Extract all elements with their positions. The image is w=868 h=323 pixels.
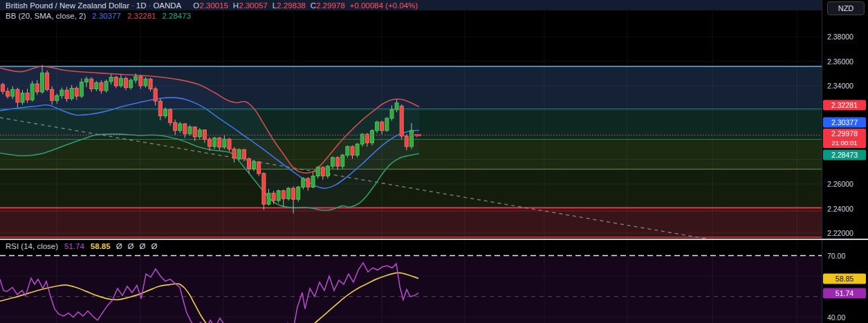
price-badge: 2.28473: [823, 150, 866, 160]
candle: [252, 162, 256, 169]
candle: [35, 84, 39, 92]
candle: [158, 101, 162, 116]
price-tick-label: 2.24000: [827, 205, 853, 213]
candle: [297, 187, 300, 199]
rsi-indicator-title[interactable]: RSI (14, close): [6, 242, 58, 250]
open-value: 2.30015: [199, 1, 228, 10]
candle: [376, 122, 379, 130]
candle: [355, 144, 359, 155]
candle: [60, 90, 64, 95]
candle: [129, 80, 133, 88]
candle: [331, 158, 335, 166]
price-tick-label: 2.34000: [827, 82, 853, 90]
low-value: 2.29838: [277, 1, 306, 10]
candle: [257, 162, 261, 174]
candle: [306, 178, 310, 187]
candle: [371, 131, 374, 143]
candle: [183, 124, 187, 133]
pane-divider-handle[interactable]: [0, 239, 868, 240]
candle: [228, 139, 231, 149]
empty-set-icon: Ø: [116, 242, 122, 250]
candle: [164, 110, 167, 116]
empty-set-icon: Ø: [151, 242, 157, 250]
candle: [65, 90, 68, 98]
candle: [262, 174, 266, 204]
candle: [208, 139, 212, 147]
candle: [351, 147, 354, 155]
high-value: 2.30057: [239, 1, 268, 10]
currency-toggle-button[interactable]: NZD: [827, 1, 865, 15]
rsi-main-value: 51.74: [64, 242, 84, 250]
candle: [55, 95, 59, 100]
candle: [395, 103, 398, 110]
candle: [119, 78, 122, 86]
candle: [346, 147, 349, 155]
candle: [154, 89, 157, 101]
candle: [316, 167, 320, 176]
candle: [104, 82, 108, 91]
candle: [139, 77, 142, 86]
candle: [100, 83, 103, 91]
timeframe-label[interactable]: 1D: [136, 1, 147, 10]
candle: [134, 77, 138, 80]
candle: [341, 155, 344, 166]
price-tick-label: 2.38000: [827, 33, 853, 41]
candle: [213, 138, 216, 146]
candle: [326, 166, 329, 176]
candle: [174, 122, 177, 131]
candle: [26, 93, 29, 100]
candle: [75, 89, 78, 97]
candle: [178, 124, 182, 131]
candle: [232, 149, 236, 158]
candle: [114, 77, 118, 86]
candle: [287, 188, 290, 199]
candle: [272, 193, 275, 201]
candle: [50, 89, 54, 100]
exchange-label: OANDA: [153, 1, 181, 10]
candle: [203, 130, 206, 139]
price-tick-label: 2.36000: [827, 57, 853, 66]
separator-dot: ·: [129, 1, 136, 10]
symbol-legend-row: British Pound / New Zealand Dollar·1D·OA…: [6, 1, 418, 10]
empty-set-icon: Ø: [140, 242, 146, 250]
candle: [400, 106, 403, 136]
bb-indicator-legend-row: BB (20, SMA, close, 2)2.303772.322812.28…: [6, 12, 191, 20]
candle: [281, 191, 285, 199]
candle: [360, 134, 364, 144]
candle: [365, 134, 369, 142]
candle: [218, 138, 221, 147]
candle: [380, 122, 384, 130]
candle: [385, 118, 389, 131]
candle: [248, 159, 251, 169]
price-badge: 2.30377: [823, 118, 866, 128]
candle: [144, 79, 147, 86]
main-price-pane: [0, 0, 822, 239]
bb-indicator-title[interactable]: BB (20, SMA, close, 2): [6, 12, 86, 20]
candle: [90, 79, 93, 89]
high-label: H: [233, 1, 239, 10]
price-badge: 2.2997821:00:01: [823, 129, 866, 148]
candle: [80, 82, 83, 96]
candle: [30, 84, 34, 100]
candle: [109, 77, 113, 82]
candle: [149, 79, 152, 89]
chart-canvas[interactable]: [0, 0, 868, 323]
price-tick-label: 2.26000: [827, 180, 853, 188]
rsi-tick-label: 40.00: [827, 313, 845, 322]
candle: [405, 136, 408, 147]
rsi-tick-label: 70.00: [827, 252, 845, 260]
price-axis[interactable]: NZD 2.380002.360002.340002.260002.240002…: [822, 0, 868, 323]
rsi-ma-value: 58.85: [91, 242, 111, 250]
candle: [410, 130, 414, 146]
candle: [223, 139, 226, 147]
candle: [85, 79, 89, 82]
rsi-indicator-legend-row: RSI (14, close)51.7458.85ØØØØ: [6, 242, 157, 250]
change-value: +0.00084 (+0.04%): [350, 1, 418, 10]
candle: [188, 127, 192, 134]
bb-basis-value: 2.30377: [92, 12, 121, 20]
symbol-title[interactable]: British Pound / New Zealand Dollar: [6, 1, 129, 10]
rsi-band-fill: [0, 256, 822, 323]
candle: [193, 127, 196, 137]
separator-dot: ·: [147, 1, 154, 10]
candle: [70, 89, 73, 99]
